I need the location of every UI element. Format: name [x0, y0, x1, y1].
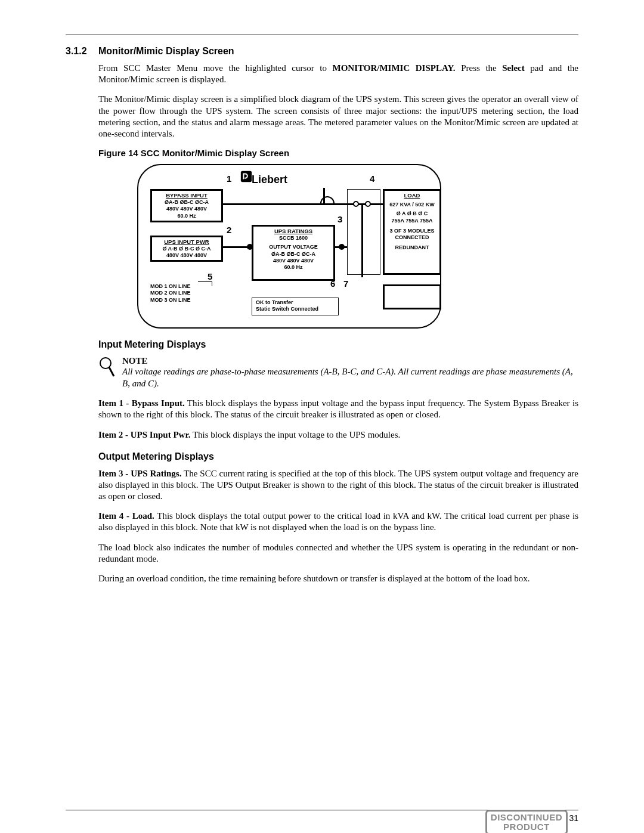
bypass-breaker-icon	[320, 191, 330, 201]
footer: DISCONTINUED PRODUCT 31	[66, 810, 578, 810]
svg-rect-0	[241, 171, 252, 182]
sub-heading-output: Output Metering Displays	[98, 451, 578, 462]
section-title: Monitor/Mimic Display Screen	[98, 46, 234, 56]
svg-point-1	[100, 358, 111, 368]
page-number: 31	[569, 813, 578, 823]
discontinued-stamp: DISCONTINUED PRODUCT	[485, 810, 568, 833]
empty-box	[383, 284, 441, 309]
node-icon	[339, 244, 345, 250]
magnifier-icon	[98, 356, 115, 380]
liebert-logo-icon	[240, 170, 253, 183]
mimic-diagram: Liebert 1 2 3 4 5 6 7	[137, 164, 441, 329]
callout-4: 4	[370, 174, 374, 184]
note-block: NOTE All voltage readings are phase-to-p…	[98, 356, 578, 389]
sub-heading-input: Input Metering Displays	[98, 339, 578, 350]
module-status: MOD 1 ON LINE MOD 2 ON LINE MOD 3 ON LIN…	[150, 283, 191, 304]
note-body: All voltage readings are phase-to-phase …	[122, 366, 578, 389]
note-title: NOTE	[122, 356, 578, 366]
callout-2: 2	[227, 225, 231, 235]
item-2: Item 2 - UPS Input Pwr. This block displ…	[98, 429, 578, 441]
item-3: Item 3 - UPS Ratings. The SCC current ra…	[98, 468, 578, 503]
bypass-input-box: BYPASS INPUT ØA-B ØB-C ØC-A 480V 480V 48…	[150, 189, 223, 222]
diagram-brand: Liebert	[252, 174, 287, 186]
page: 3.1.2Monitor/Mimic Display Screen From S…	[0, 0, 644, 833]
intro-para-2: The Monitor/Mimic display screen is a si…	[66, 94, 578, 140]
section-number: 3.1.2	[66, 46, 98, 57]
status-box: OK to Transfer Static Switch Connected	[252, 298, 339, 315]
figure-caption: Figure 14 SCC Monitor/Mimic Display Scre…	[98, 148, 578, 158]
svg-line-2	[109, 367, 114, 376]
callout-3: 3	[338, 214, 342, 224]
callout-5: 5	[208, 271, 212, 281]
leader	[212, 281, 212, 286]
leader	[198, 281, 212, 282]
para-6: During an overload condition, the time r…	[98, 573, 578, 584]
item-1: Item 1 - Bypass Input. This block displa…	[98, 398, 578, 420]
ups-ratings-box: UPS RATINGS SCCB 1600 OUTPUT VOLTAGE ØA-…	[252, 225, 335, 281]
callout-7: 7	[343, 278, 348, 289]
callout-1: 1	[227, 174, 231, 184]
section-heading: 3.1.2Monitor/Mimic Display Screen	[66, 46, 578, 57]
static-switch-box	[347, 189, 380, 275]
load-box: LOAD 627 KVA / 502 KW Ø A Ø B Ø C 755A 7…	[383, 189, 441, 275]
para-5: The load block also indicates the number…	[98, 542, 578, 565]
intro-para-1: From SCC Master Menu move the highlighte…	[66, 63, 578, 85]
item-4: Item 4 - Load. This block displays the t…	[98, 510, 578, 533]
note-text: NOTE All voltage readings are phase-to-p…	[122, 356, 578, 389]
top-rule	[66, 35, 578, 35]
ups-input-box: UPS INPUT PWR Ø A-B Ø B-C Ø C-A 480V 480…	[150, 236, 223, 262]
diagram-wrap: Liebert 1 2 3 4 5 6 7	[137, 164, 578, 329]
